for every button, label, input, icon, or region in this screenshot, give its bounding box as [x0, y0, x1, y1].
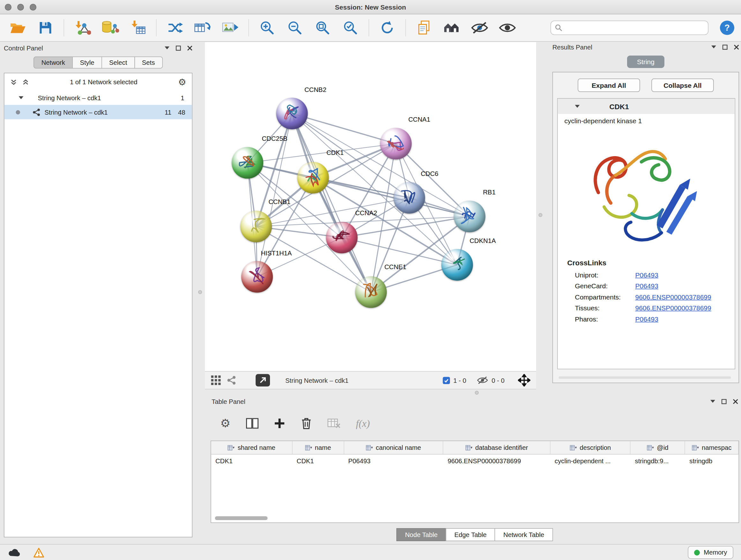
- table-horizontal-scrollbar[interactable]: [215, 516, 268, 520]
- tab-network[interactable]: Network: [34, 57, 73, 69]
- crosslink-link[interactable]: P06493: [635, 315, 658, 323]
- column-header-description[interactable]: description: [550, 441, 631, 454]
- selected-count-checkbox[interactable]: [443, 377, 450, 384]
- expand-all-button[interactable]: Expand All: [578, 78, 640, 92]
- delete-column-trash-icon[interactable]: [300, 417, 312, 430]
- column-header-canonical-name[interactable]: canonical name: [344, 441, 443, 454]
- help-button[interactable]: ?: [720, 21, 734, 35]
- import-network-file-button[interactable]: [71, 17, 93, 39]
- tab-string[interactable]: String: [627, 56, 664, 68]
- table-cell[interactable]: cyclin-dependent ...: [550, 455, 631, 468]
- hidden-eye-slash-icon[interactable]: [477, 376, 488, 385]
- close-panel-icon[interactable]: [187, 45, 193, 51]
- float-panel-icon[interactable]: [711, 46, 716, 49]
- crosslink-link[interactable]: 9606.ENSP00000378699: [635, 293, 711, 301]
- export-image-button[interactable]: [219, 17, 241, 39]
- tab-edge-table[interactable]: Edge Table: [446, 528, 495, 542]
- tab-node-table[interactable]: Node Table: [396, 528, 446, 542]
- table-cell[interactable]: P06493: [344, 455, 443, 468]
- network-node-CCNB2[interactable]: [276, 98, 308, 129]
- bottom-splitter-handle[interactable]: [475, 391, 479, 395]
- import-table-button[interactable]: [127, 17, 149, 39]
- table-cell[interactable]: 9606.ENSP00000378699: [443, 455, 550, 468]
- crosslink-link[interactable]: P06493: [635, 282, 658, 290]
- network-edge[interactable]: [313, 178, 470, 217]
- search-input[interactable]: [565, 24, 704, 32]
- left-splitter-handle[interactable]: [198, 290, 202, 294]
- table-options-gear-icon[interactable]: ⚙: [220, 418, 230, 429]
- network-node-CCNA2[interactable]: [326, 222, 358, 253]
- expand-all-icon[interactable]: [22, 78, 29, 85]
- right-splitter-handle[interactable]: [539, 213, 542, 217]
- table-row[interactable]: CDK1CDK1P064939606.ENSP00000378699cyclin…: [211, 455, 739, 468]
- zoom-in-button[interactable]: [256, 17, 278, 39]
- string-home-button[interactable]: [441, 17, 463, 39]
- network-edge[interactable]: [292, 114, 371, 293]
- copy-document-button[interactable]: [413, 17, 435, 39]
- new-table-from-network-button[interactable]: [192, 17, 213, 39]
- column-header-name[interactable]: name: [292, 441, 344, 454]
- save-session-button[interactable]: [35, 17, 57, 39]
- maximize-panel-icon[interactable]: [722, 399, 727, 404]
- string-image-toggle-button[interactable]: [496, 17, 519, 39]
- table-cell[interactable]: CDK1: [211, 455, 293, 468]
- pan-move-icon[interactable]: [518, 374, 530, 387]
- network-node-CCNE1[interactable]: [355, 276, 387, 308]
- network-node-CDK1[interactable]: [297, 162, 329, 193]
- cloud-icon[interactable]: [8, 548, 21, 557]
- gene-card-header[interactable]: CDK1: [558, 99, 735, 114]
- refresh-view-button[interactable]: [376, 17, 398, 39]
- column-header-database-identifier[interactable]: database identifier: [443, 441, 550, 454]
- results-scrollbar[interactable]: [559, 376, 731, 379]
- crosslink-link[interactable]: P06493: [635, 271, 658, 279]
- network-node-CDKN1A[interactable]: [441, 249, 473, 281]
- clone-network-button[interactable]: [164, 17, 186, 39]
- collapse-all-icon[interactable]: [10, 78, 17, 85]
- tab-sets[interactable]: Sets: [134, 57, 163, 69]
- network-collection-row[interactable]: String Network – cdk1 1: [4, 91, 192, 105]
- network-node-RB1[interactable]: [454, 201, 485, 233]
- network-options-gear-icon[interactable]: ⚙: [178, 77, 186, 86]
- zoom-out-button[interactable]: [284, 17, 306, 39]
- network-node-HIST1H1A[interactable]: [241, 261, 273, 293]
- network-edge[interactable]: [342, 238, 457, 265]
- close-panel-icon[interactable]: [734, 44, 739, 50]
- collapse-gene-icon[interactable]: [575, 105, 580, 108]
- network-node-CDC25B[interactable]: [232, 147, 263, 179]
- table-cell[interactable]: CDK1: [292, 455, 344, 468]
- network-view-canvas[interactable]: CCNB2CCNA1CDC25BCDK1CDC6RB1CCNB1CCNA2CDK…: [205, 42, 536, 371]
- string-glass-toggle-button[interactable]: [469, 17, 491, 39]
- network-row-selected[interactable]: String Network – cdk1 11 48: [4, 105, 192, 119]
- network-node-CCNA1[interactable]: [380, 128, 412, 160]
- open-session-button[interactable]: [7, 17, 29, 39]
- column-header-shared-name[interactable]: shared name: [211, 441, 293, 454]
- table-cell[interactable]: stringdb: [685, 455, 739, 468]
- add-column-icon[interactable]: [273, 418, 285, 429]
- network-node-CDC6[interactable]: [394, 182, 425, 213]
- function-builder-button[interactable]: f(x): [356, 417, 370, 429]
- maximize-panel-icon[interactable]: [723, 44, 728, 50]
- import-network-database-button[interactable]: [99, 17, 121, 39]
- column-header--id[interactable]: @id: [630, 441, 685, 454]
- close-panel-icon[interactable]: [733, 399, 738, 404]
- table-cell[interactable]: stringdb:9...: [630, 455, 685, 468]
- network-node-CCNB1[interactable]: [240, 211, 272, 242]
- tree-expander-icon[interactable]: [19, 97, 23, 99]
- tab-network-table[interactable]: Network Table: [495, 528, 553, 542]
- zoom-selected-button[interactable]: [340, 17, 361, 39]
- zoom-fit-button[interactable]: [312, 17, 334, 39]
- open-in-browser-button[interactable]: [256, 374, 270, 387]
- column-header-namespac[interactable]: namespac: [685, 441, 739, 454]
- warning-icon[interactable]: [33, 547, 45, 558]
- maximize-panel-icon[interactable]: [176, 45, 181, 51]
- float-panel-icon[interactable]: [165, 47, 170, 50]
- tab-select[interactable]: Select: [102, 57, 135, 69]
- crosslink-link[interactable]: 9606.ENSP00000378699: [635, 304, 711, 312]
- memory-button[interactable]: Memory: [688, 546, 733, 559]
- birdseye-view-icon[interactable]: [227, 375, 237, 385]
- delete-table-icon[interactable]: [327, 418, 340, 429]
- show-columns-icon[interactable]: [246, 418, 258, 429]
- float-panel-icon[interactable]: [711, 400, 715, 403]
- tab-style[interactable]: Style: [72, 57, 102, 69]
- collapse-all-button[interactable]: Collapse All: [652, 78, 714, 92]
